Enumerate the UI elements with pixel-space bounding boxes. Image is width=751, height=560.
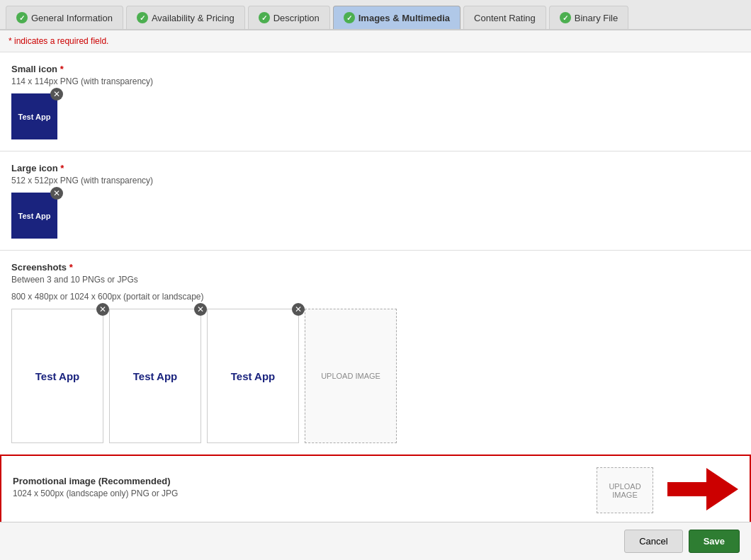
promotional-section: Promotional image (Recommended) 1024 x 5… xyxy=(0,455,751,526)
small-icon-image: Test App xyxy=(11,93,57,139)
large-icon-remove-button[interactable]: ✕ xyxy=(50,187,63,200)
check-icon-binary: ✓ xyxy=(560,12,571,23)
main-content: * indicates a required field. Small icon… xyxy=(0,30,751,560)
tab-images-multimedia[interactable]: ✓ Images & Multimedia xyxy=(333,6,461,29)
tab-label-description: Description xyxy=(273,13,320,23)
bottom-bar: Cancel Save xyxy=(0,522,751,560)
large-icon-box: Test App ✕ xyxy=(11,193,57,239)
large-icon-container: Test App ✕ xyxy=(11,193,740,239)
promotional-label: Promotional image (Recommended) xyxy=(13,476,582,486)
screenshot-remove-1[interactable]: ✕ xyxy=(96,303,109,316)
screenshot-box-2: Test App ✕ xyxy=(109,309,201,443)
tab-label-binary: Binary File xyxy=(575,13,618,23)
promotional-text: Promotional image (Recommended) 1024 x 5… xyxy=(13,476,582,505)
screenshot-image-2: Test App xyxy=(109,309,201,443)
tab-binary-file[interactable]: ✓ Binary File xyxy=(549,6,628,29)
tab-content-rating[interactable]: Content Rating xyxy=(463,6,546,29)
tab-label-general: General Information xyxy=(31,13,113,23)
screenshots-label: Screenshots * xyxy=(11,262,740,273)
red-arrow-indicator xyxy=(667,468,738,513)
large-icon-desc: 512 x 512px PNG (with transparency) xyxy=(11,176,740,185)
tab-label-content-rating: Content Rating xyxy=(474,13,536,23)
small-icon-section: Small icon * 114 x 114px PNG (with trans… xyxy=(0,52,751,151)
promotional-upload-placeholder[interactable]: UPLOAD IMAGE xyxy=(597,467,653,513)
small-icon-remove-button[interactable]: ✕ xyxy=(50,88,63,101)
large-icon-section: Large icon * 512 x 512px PNG (with trans… xyxy=(0,151,751,250)
cancel-button[interactable]: Cancel xyxy=(624,530,682,553)
screenshots-desc2: 800 x 480px or 1024 x 600px (portait or … xyxy=(11,292,740,302)
screenshot-remove-2[interactable]: ✕ xyxy=(194,303,207,316)
tab-description[interactable]: ✓ Description xyxy=(248,6,330,29)
check-icon-description: ✓ xyxy=(259,12,270,23)
required-note: * indicates a required field. xyxy=(0,30,751,52)
check-icon-availability: ✓ xyxy=(137,12,148,23)
tab-general-information[interactable]: ✓ General Information xyxy=(6,6,123,29)
tab-label-images: Images & Multimedia xyxy=(358,13,450,23)
screenshot-box-3: Test App ✕ xyxy=(207,309,299,443)
screenshots-section: Screenshots * Between 3 and 10 PNGs or J… xyxy=(0,250,751,455)
tab-label-availability: Availability & Pricing xyxy=(152,13,235,23)
screenshots-desc1: Between 3 and 10 PNGs or JPGs xyxy=(11,275,740,285)
large-icon-label: Large icon * xyxy=(11,163,740,173)
screenshot-image-1: Test App xyxy=(11,309,103,443)
promotional-desc: 1024 x 500px (landscape only) PNG or JPG xyxy=(13,488,582,498)
tab-bar: ✓ General Information ✓ Availability & P… xyxy=(0,0,751,30)
small-icon-desc: 114 x 114px PNG (with transparency) xyxy=(11,76,740,86)
screenshot-box-1: Test App ✕ xyxy=(11,309,103,443)
screenshot-upload-placeholder[interactable]: UPLOAD IMAGE xyxy=(305,309,397,443)
tab-availability-pricing[interactable]: ✓ Availability & Pricing xyxy=(126,6,245,29)
svg-marker-0 xyxy=(667,468,738,510)
screenshot-remove-3[interactable]: ✕ xyxy=(292,303,305,316)
small-icon-container: Test App ✕ xyxy=(11,93,740,139)
save-button[interactable]: Save xyxy=(689,530,740,553)
screenshots-row: Test App ✕ Test App ✕ Test App ✕ UPLOAD xyxy=(11,309,740,443)
promotional-inner: Promotional image (Recommended) 1024 x 5… xyxy=(13,467,738,513)
large-icon-image: Test App xyxy=(11,193,57,239)
check-icon-general: ✓ xyxy=(16,12,28,23)
check-icon-images: ✓ xyxy=(344,12,355,23)
small-icon-label: Small icon * xyxy=(11,64,740,74)
screenshot-image-3: Test App xyxy=(207,309,299,443)
small-icon-box: Test App ✕ xyxy=(11,93,57,139)
